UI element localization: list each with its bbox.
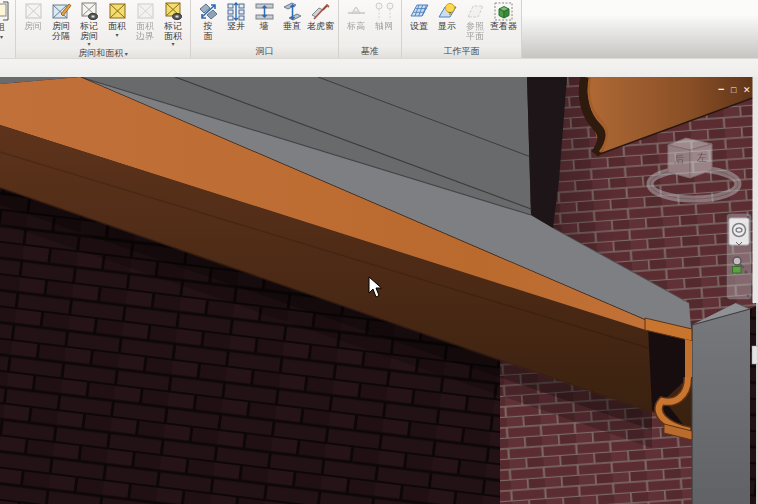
minimize-button[interactable]: − (718, 83, 724, 95)
vertical-opening-icon (282, 1, 303, 22)
side-wall (692, 303, 750, 504)
ribbon-button-grid: 轴网 (370, 1, 398, 32)
ribbon-button-shaft[interactable]: 竖井 (222, 1, 250, 32)
ribbon-panel: 标高轴网基准 (339, 0, 402, 58)
ribbon-button-show-workplane[interactable]: 显示 (433, 1, 461, 32)
ribbon-panel: 设置显示参照 平面查看器工作平面 (402, 0, 522, 58)
revit-window: 组 ▾ 房间房间 分隔标记 房间▾面积▾面积 边界标记 面积▾房间和面积 ▾按 … (0, 0, 758, 504)
area-boundary-icon (135, 1, 156, 22)
ribbon-panel-label: 基准 (339, 45, 401, 58)
ribbon-button-area[interactable]: 面积▾ (103, 1, 131, 38)
ribbon-button-label: 房间 分隔 (52, 22, 70, 41)
ribbon-button-area-boundary: 面积 边界 (131, 1, 159, 41)
steering-wheel-button[interactable] (729, 218, 749, 245)
tag-room-icon (79, 1, 100, 22)
ribbon-button-room-separator[interactable]: 房间 分隔 (47, 1, 75, 41)
ribbon-button-label: 老虎窗 (307, 22, 334, 32)
ribbon-button-label: 垂直 (283, 22, 301, 32)
set-workplane-icon (409, 1, 430, 22)
room-separator-icon (51, 1, 72, 22)
ribbon-panel-label: 工作平面 (402, 45, 521, 58)
ribbon-panel-label: 洞口 (191, 45, 338, 58)
ribbon-button-label: 显示 (438, 22, 456, 32)
ribbon-button-wall-opening[interactable]: 墙 (250, 1, 278, 32)
ribbon-button-dormer[interactable]: 老虎窗 (306, 1, 335, 32)
ribbon-button-label: 竖井 (227, 22, 245, 32)
steering-wheel-icon (733, 224, 746, 237)
ribbon-button-label: 设置 (410, 22, 428, 32)
close-button[interactable]: ✕ (743, 85, 751, 95)
navigation-bar (727, 214, 751, 299)
ribbon-button-label: 标记 房间 (80, 22, 98, 41)
tag-area-icon (163, 1, 184, 22)
restore-button[interactable]: □ (731, 85, 737, 95)
ribbon-button-tag-room[interactable]: 标记 房间▾ (75, 1, 103, 47)
ribbon-button-label: 参照 平面 (466, 22, 484, 41)
ribbon-button-label: 轴网 (375, 22, 393, 32)
level-icon (346, 1, 367, 22)
zoom-region-icon (733, 267, 742, 274)
options-bar (0, 58, 758, 78)
ribbon-button-viewer[interactable]: 查看器 (489, 1, 518, 32)
ribbon-button-label: 标高 (347, 22, 365, 32)
navbar-expand-dot[interactable] (747, 216, 750, 219)
ribbon-button-set-workplane[interactable]: 设置 (405, 1, 433, 32)
room-icon (23, 1, 44, 22)
dormer-icon (310, 1, 331, 22)
model-group-icon (0, 1, 11, 21)
ribbon-button-vertical-opening[interactable]: 垂直 (278, 1, 306, 32)
view-cube-right-face-label[interactable]: 左 (697, 152, 707, 163)
viewer-icon (493, 1, 514, 22)
3d-viewport[interactable]: 后 左 − □ ✕ (0, 77, 758, 504)
ribbon-button-level: 标高 (342, 1, 370, 32)
ribbon-button-label: 按 面 (204, 22, 213, 41)
chevron-down-icon: ▾ (0, 34, 3, 40)
shaft-icon (226, 1, 247, 22)
view-window-controls: − □ ✕ (718, 83, 751, 95)
ribbon-empty-area (522, 0, 758, 58)
area-icon (107, 1, 128, 22)
ribbon-panel: 按 面竖井墙垂直老虎窗洞口 (191, 0, 339, 58)
chevron-down-icon: ▾ (123, 51, 128, 57)
wall-opening-icon (254, 1, 275, 22)
ribbon-button-label: 组 (0, 21, 5, 34)
ribbon-panel: 房间房间 分隔标记 房间▾面积▾面积 边界标记 面积▾房间和面积 ▾ (16, 0, 191, 58)
by-face-icon (198, 1, 219, 22)
ribbon-button-label: 面积 边界 (136, 22, 154, 41)
ribbon-button-label: 查看器 (490, 22, 517, 32)
ribbon-button-tag-area[interactable]: 标记 面积▾ (159, 1, 187, 47)
view-cube-left-face-label[interactable]: 后 (674, 154, 684, 165)
magnifier-icon (733, 257, 741, 265)
ribbon-button-model-group-partial[interactable]: 组 ▾ (0, 0, 16, 58)
ribbon-button-label: 面积 (108, 22, 126, 32)
ribbon-button-label: 标记 面积 (164, 22, 182, 41)
ribbon-button-label: 房间 (24, 22, 42, 32)
show-workplane-icon (437, 1, 458, 22)
ribbon-button-room: 房间 (19, 1, 47, 32)
ref-plane-icon (465, 1, 486, 22)
chevron-down-icon: ▾ (115, 32, 118, 38)
ribbon-button-ref-plane: 参照 平面 (461, 1, 489, 41)
ribbon-button-label: 墙 (260, 22, 269, 32)
grid-icon (374, 1, 395, 22)
ribbon: 组 ▾ 房间房间 分隔标记 房间▾面积▾面积 边界标记 面积▾房间和面积 ▾按 … (0, 0, 758, 58)
ribbon-button-by-face[interactable]: 按 面 (194, 1, 222, 41)
navbar-options-dot[interactable] (747, 295, 750, 298)
